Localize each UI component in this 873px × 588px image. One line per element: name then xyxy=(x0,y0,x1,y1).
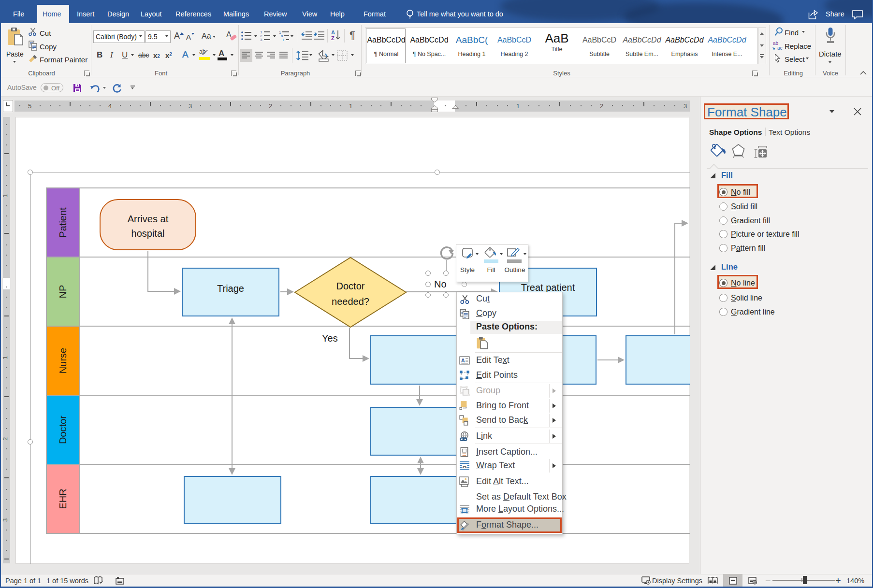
svg-text:i: i xyxy=(283,38,284,41)
svg-text:A: A xyxy=(461,358,465,363)
svg-text:A: A xyxy=(331,29,335,35)
svg-text:Z: Z xyxy=(331,35,335,41)
svg-text:3: 3 xyxy=(260,38,262,41)
svg-text:ac: ac xyxy=(777,45,783,50)
